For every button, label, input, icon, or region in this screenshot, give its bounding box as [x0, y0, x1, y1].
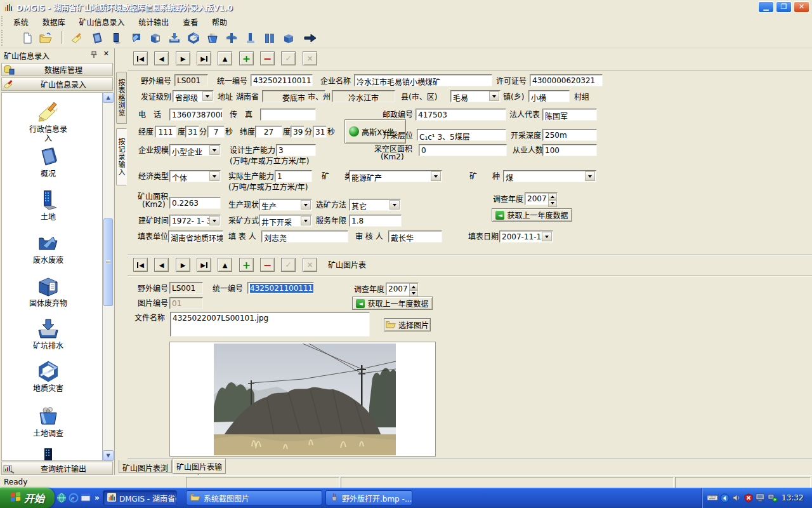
task-screenshot-folder[interactable]: 系统截图图片	[186, 490, 322, 505]
choose-picture-button[interactable]: 选择图片	[384, 318, 431, 331]
chevron-down-icon[interactable]	[390, 200, 400, 210]
chevron-down-icon[interactable]	[542, 232, 552, 241]
goaf-area-input[interactable]: 0	[419, 144, 507, 156]
menu-system[interactable]: 系统	[8, 14, 34, 29]
minimize-button[interactable]: ▁	[758, 1, 774, 13]
fill-date-combo[interactable]: 2007-11-13	[499, 231, 553, 243]
chevron-down-icon[interactable]	[209, 145, 219, 155]
sidebar-item-partial[interactable]	[8, 447, 88, 461]
nav-last-button[interactable]: ▶	[197, 51, 211, 65]
quicklaunch-app-icon[interactable]	[80, 492, 91, 504]
legal-rep-input[interactable]: 陈国军	[542, 109, 597, 121]
pump-icon[interactable]	[223, 30, 239, 46]
menu-mine-entry[interactable]: 矿山信息录入	[74, 14, 131, 29]
nav-prev-button[interactable]: ◀	[154, 51, 169, 65]
crate-icon[interactable]	[280, 30, 296, 46]
file-name-input[interactable]: 4325022007LS00101.jpg	[170, 312, 370, 337]
quicklaunch-ie-icon[interactable]: e	[68, 492, 79, 504]
chevron-down-icon[interactable]	[301, 216, 311, 225]
cert-level-combo[interactable]: 省部级	[173, 90, 214, 102]
build-time-combo[interactable]: 1972- 1- 3	[169, 215, 221, 227]
pic-field-no-input[interactable]: LS001	[169, 282, 203, 294]
nav-next-button[interactable]: ▶	[176, 51, 190, 65]
auditor-input[interactable]: 戴长华	[388, 231, 442, 243]
column-icon[interactable]	[242, 30, 258, 46]
tab-picture-input[interactable]: 矿山图片表输入	[173, 458, 226, 474]
task-dmgis[interactable]: DMGIS - 湖南省矿...	[103, 490, 177, 505]
nav-up-button[interactable]: ▲	[218, 51, 232, 65]
chevron-down-icon[interactable]	[301, 200, 311, 210]
design-capacity-input[interactable]: 3	[276, 144, 316, 156]
nav-cancel-button[interactable]: ×	[303, 258, 317, 272]
nav-commit-button[interactable]: ✓	[281, 51, 296, 65]
mining-depth-input[interactable]: 250m	[542, 129, 597, 141]
menu-database[interactable]: 数据库	[37, 14, 71, 29]
menu-view[interactable]: 查看	[177, 14, 204, 29]
sidebar-item-solid-waste[interactable]: 固体废弃物	[8, 275, 88, 308]
actual-capacity-input[interactable]: 1	[275, 170, 312, 182]
close-button[interactable]: ✕	[794, 1, 809, 13]
nav-delete-button[interactable]: −	[260, 51, 275, 65]
sidebar-item-geohazard[interactable]: 地质灾害	[8, 360, 88, 393]
menu-grip[interactable]	[1, 16, 4, 26]
language-tray-icon[interactable]	[719, 493, 730, 503]
box-doc-icon[interactable]	[147, 30, 163, 46]
columns-icon[interactable]	[261, 30, 277, 46]
county-combo[interactable]: 毛易	[450, 90, 501, 102]
enterprise-scale-combo[interactable]: 小型企业	[169, 144, 221, 156]
menu-help[interactable]: 帮助	[206, 14, 233, 29]
chevron-down-icon[interactable]	[209, 171, 219, 181]
new-doc-icon[interactable]	[19, 30, 35, 46]
economy-type-combo[interactable]: 个体	[169, 170, 221, 182]
restore-button[interactable]: ❐	[776, 1, 792, 13]
nav-commit-button[interactable]: ✓	[281, 258, 296, 272]
sidebar-item-land[interactable]: 土地	[8, 189, 88, 222]
nav-add-button[interactable]: +	[239, 258, 254, 272]
phone-input[interactable]: 13607387000	[169, 109, 223, 121]
fax-input[interactable]	[260, 109, 316, 121]
fill-unit-input[interactable]: 湖南省地质环境	[168, 231, 223, 243]
tray-arrow-icon[interactable]	[166, 30, 182, 46]
nav-prev-button[interactable]: ◀	[154, 258, 169, 272]
unified-no-input[interactable]: 43250211001113	[251, 74, 313, 86]
postcode-input[interactable]: 417503	[416, 109, 506, 121]
keyboard-tray-icon[interactable]	[707, 493, 717, 503]
sidebar-scrollbar[interactable]: ▲ ▼	[103, 92, 114, 461]
sidebar-item-pit-drainage[interactable]: 矿坑排水	[8, 318, 88, 351]
quicklaunch-globe-icon[interactable]	[56, 492, 67, 504]
nav-next-button[interactable]: ▶	[176, 258, 190, 272]
pic-unified-no-input[interactable]: 43250211001113	[247, 282, 314, 294]
nav-delete-button[interactable]: −	[260, 258, 275, 272]
service-life-input[interactable]: 1.8	[349, 215, 402, 227]
chevron-down-icon[interactable]	[431, 171, 441, 181]
open-folder-icon[interactable]	[37, 30, 53, 46]
town-input[interactable]: 小横	[528, 90, 570, 102]
bucket-icon[interactable]	[204, 30, 220, 46]
pic-survey-year-spinner[interactable]: 2007	[386, 283, 419, 295]
tab-picture-browse[interactable]: 矿山图片表浏览	[119, 460, 172, 473]
start-button[interactable]: 开始	[0, 488, 55, 508]
chevron-down-icon[interactable]	[489, 91, 499, 101]
filler-input[interactable]: 刘志尧	[261, 231, 348, 243]
lon-min-input[interactable]: 31	[185, 126, 199, 138]
lat-min-input[interactable]: 39	[291, 126, 304, 138]
menu-stats-output[interactable]: 统计输出	[133, 14, 174, 29]
sidebar-item-admin-info[interactable]: 行政信息录入	[8, 101, 88, 143]
sidebar-group-entry[interactable]: 矿山信息录入	[1, 77, 113, 91]
cube-ring-icon[interactable]	[185, 30, 201, 46]
lon-sec-input[interactable]: 7	[207, 126, 225, 138]
book-icon[interactable]	[89, 30, 105, 46]
mining-layer-input[interactable]: C₁c¹ 3、5煤层	[417, 129, 506, 141]
mine-class-combo[interactable]: 能源矿产	[349, 170, 442, 182]
survey-year-spinner[interactable]: 2007	[525, 192, 558, 205]
security-shield-tray-icon[interactable]	[743, 493, 754, 503]
spinner-buttons[interactable]	[409, 283, 418, 295]
production-status-combo[interactable]: 生产	[259, 199, 312, 211]
company-input[interactable]: 冷水江市毛易镇小横煤矿	[354, 74, 492, 86]
nav-up-button[interactable]: ▲	[218, 258, 232, 272]
field-no-input[interactable]: LS001	[174, 74, 208, 86]
quicklaunch-more-chevron[interactable]: »	[91, 492, 103, 504]
chevron-down-icon[interactable]	[585, 171, 595, 181]
building-icon[interactable]	[108, 30, 124, 46]
get-prev-year-button[interactable]: ◄ 获取上一年度数据	[492, 208, 572, 222]
